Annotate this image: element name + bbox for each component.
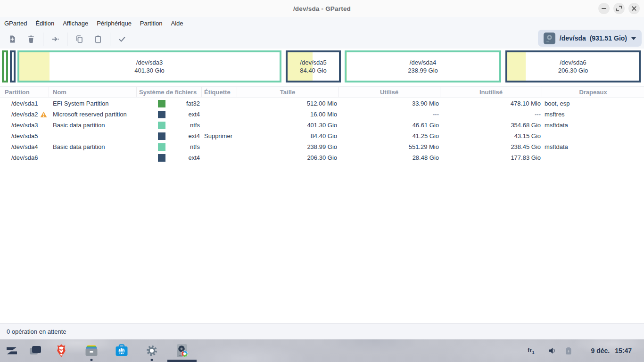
close-button[interactable] <box>628 3 640 14</box>
column-header-systemedefichiers[interactable]: Système de fichiers <box>137 87 202 97</box>
toolbar-separator <box>110 33 110 46</box>
gparted-icon <box>174 343 190 359</box>
table-row[interactable]: /dev/sda2 Microsoft reserved partition e… <box>0 109 644 120</box>
cell-unused: 177.83 Gio <box>440 154 542 161</box>
brave-icon <box>53 343 69 359</box>
menu-item-partition[interactable]: Partition <box>136 17 167 29</box>
table-row[interactable]: /dev/sda3 Basic data partition ntfs 401.… <box>0 120 644 131</box>
clock[interactable]: 9 déc. 15:47 <box>591 347 632 354</box>
cell-unused: 238.45 Gio <box>440 143 542 150</box>
cell-partition: /dev/sda3 <box>0 122 49 129</box>
active-window-indicator <box>167 360 197 362</box>
fs-color-swatch <box>158 111 165 118</box>
segment-label: /dev/sda4238.99 Gio <box>347 52 499 81</box>
segment-label: /dev/sda584.40 Gio <box>288 52 339 81</box>
menu-item-gparted[interactable]: GParted <box>0 17 31 29</box>
table-row[interactable]: /dev/sda6 ext4 206.30 Gio 28.48 Gio 177.… <box>0 152 644 163</box>
minimize-button[interactable] <box>598 3 610 14</box>
cell-used: 28.48 Gio <box>339 154 440 161</box>
close-icon <box>628 3 640 14</box>
cell-name: Microsoft reserved partition <box>49 111 137 118</box>
table-row[interactable]: /dev/sda5 ext4 Supprimer 84.40 Gio 41.25… <box>0 131 644 141</box>
taskbar-app-brave-browser[interactable] <box>53 343 69 359</box>
column-header-taille[interactable]: Taille <box>237 87 339 97</box>
keyboard-layout-indicator[interactable]: fr1 <box>528 346 534 355</box>
disk-segment-sda6[interactable]: /dev/sda6206.30 Gio <box>505 50 641 82</box>
cell-unused: --- <box>440 111 542 118</box>
taskbar: fr1 9 déc. 15:47 <box>0 339 644 362</box>
table-header: PartitionNomSystème de fichiersÉtiquette… <box>0 86 644 98</box>
column-header-etiquette[interactable]: Étiquette <box>202 87 237 97</box>
cell-used: 551.29 Mio <box>339 143 440 150</box>
menubar: GPartedÉditionAffichagePériphériqueParti… <box>0 17 644 29</box>
taskbar-app-file-manager[interactable] <box>83 343 99 359</box>
paste-partition-button[interactable] <box>89 32 107 46</box>
taskbar-app-window-switcher[interactable] <box>27 343 43 359</box>
pending-operations-text: 0 opération en attente <box>7 328 66 335</box>
cell-filesystem: ext4 <box>137 132 202 140</box>
menu-item-peripherique[interactable]: Périphérique <box>92 17 136 29</box>
disk-segment-sda4[interactable]: /dev/sda4238.99 Gio <box>345 50 501 82</box>
running-indicator-dot <box>91 359 93 361</box>
taskbar-app-zorin-menu[interactable] <box>4 343 20 359</box>
device-selector-dropdown[interactable]: /dev/sda (931.51 Gio) <box>538 30 642 47</box>
window-titlebar[interactable]: /dev/sda - GParted <box>0 0 644 17</box>
volume-icon[interactable] <box>547 346 557 355</box>
table-row[interactable]: /dev/sda4 Basic data partition ntfs 238.… <box>0 141 644 152</box>
cell-filesystem: ext4 <box>137 111 202 118</box>
fs-name: ntfs <box>165 122 202 129</box>
taskbar-app-software-store[interactable] <box>114 343 130 359</box>
column-header-drapeaux[interactable]: Drapeaux <box>542 87 644 97</box>
column-header-inutilise[interactable]: Inutilisé <box>440 87 542 97</box>
battery-icon[interactable] <box>564 346 573 355</box>
taskbar-app-gparted[interactable] <box>174 343 190 359</box>
clock-date: 9 déc. <box>591 347 610 354</box>
cell-flags: boot, esp <box>542 100 644 107</box>
restore-button[interactable] <box>613 3 625 14</box>
segment-label: /dev/sda3401.30 Gio <box>19 52 280 81</box>
cell-partition: /dev/sda5 <box>0 132 49 140</box>
files-icon <box>83 343 99 359</box>
system-tray: fr1 9 déc. 15:47 <box>528 339 632 362</box>
cell-name: EFI System Partition <box>49 100 137 107</box>
resize-move-button[interactable] <box>46 32 65 46</box>
cell-size: 206.30 Gio <box>237 154 339 161</box>
cell-used: 46.61 Gio <box>339 122 440 129</box>
minimize-icon <box>598 3 610 14</box>
column-header-nom[interactable]: Nom <box>49 87 137 97</box>
disk-segment-sda3[interactable]: /dev/sda3401.30 Gio <box>17 50 281 82</box>
disk-segment-sda5[interactable]: /dev/sda584.40 Gio <box>286 50 341 82</box>
column-header-partition[interactable]: Partition <box>0 87 49 97</box>
disk-segment-fat32[interactable] <box>2 50 8 82</box>
taskbar-app-settings[interactable] <box>144 343 160 359</box>
fs-color-swatch <box>158 143 165 151</box>
window-title: /dev/sda - GParted <box>293 5 351 12</box>
menu-item-edition[interactable]: Édition <box>31 17 58 29</box>
cell-size: 401.30 Gio <box>237 122 339 129</box>
new-partition-button[interactable] <box>3 32 22 46</box>
fs-color-swatch <box>158 100 165 107</box>
desktop-screen: /dev/sda - GParted GPartedÉditionAfficha… <box>0 0 644 362</box>
menu-item-affichage[interactable]: Affichage <box>58 17 92 29</box>
copy-partition-button[interactable] <box>70 32 89 46</box>
toolbar-separator <box>67 33 67 46</box>
fs-name: ext4 <box>165 132 202 140</box>
cell-partition: /dev/sda2 <box>0 111 49 118</box>
disk-segment-ext4[interactable] <box>10 50 16 82</box>
paste-icon <box>93 34 103 44</box>
column-header-utilise[interactable]: Utilisé <box>339 87 440 97</box>
chevron-down-icon <box>631 37 636 40</box>
restore-icon <box>613 3 625 14</box>
resize-move-icon <box>50 34 60 44</box>
fs-color-swatch <box>158 154 165 162</box>
cell-size: 512.00 Mio <box>237 100 339 107</box>
cell-used: --- <box>339 111 440 118</box>
menu-item-aide[interactable]: Aide <box>167 17 188 29</box>
disk-visual-bar: /dev/sda3401.30 Gio/dev/sda584.40 Gio/de… <box>0 49 644 86</box>
delete-partition-button[interactable] <box>22 32 41 46</box>
cell-unused: 478.10 Mio <box>440 100 542 107</box>
apply-operations-button[interactable] <box>113 32 132 46</box>
partition-table-body: /dev/sda1 EFI System Partition fat32 512… <box>0 98 644 163</box>
table-row[interactable]: /dev/sda1 EFI System Partition fat32 512… <box>0 98 644 109</box>
copy-icon <box>74 34 84 44</box>
